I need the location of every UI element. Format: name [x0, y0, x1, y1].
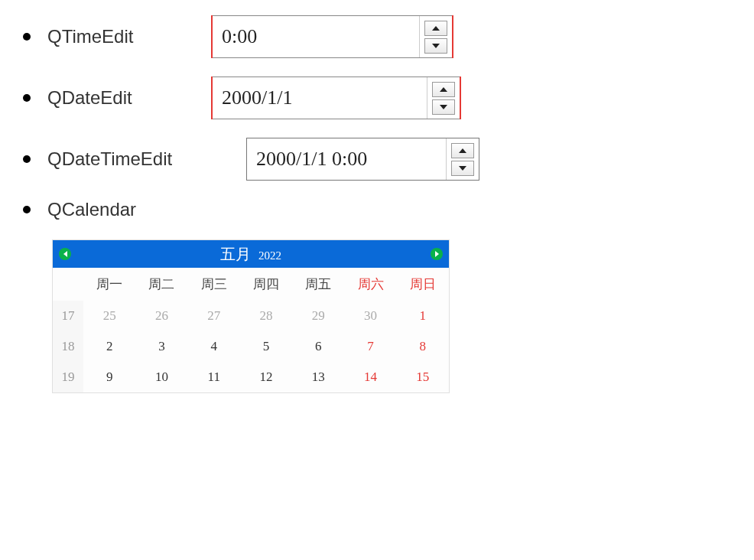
calendar-day-cell[interactable]: 14: [344, 362, 396, 392]
week-number-header: [53, 268, 83, 301]
step-up-button[interactable]: [424, 21, 447, 36]
spinner-group: [419, 16, 452, 57]
calendar-day-cell[interactable]: 6: [292, 331, 344, 362]
next-month-button[interactable]: [431, 248, 443, 260]
list-item-label: QDateEdit: [47, 87, 216, 109]
calendar-day-cell[interactable]: 2: [83, 331, 135, 362]
calendar-month: 五月: [220, 244, 251, 265]
chevron-up-icon: [432, 26, 440, 31]
datetime-edit-value[interactable]: 2000/1/1 0:00: [247, 138, 446, 180]
calendar-day-cell[interactable]: 29: [292, 301, 344, 331]
date-edit[interactable]: 2000/1/1: [212, 77, 460, 119]
calendar-day-cell[interactable]: 25: [83, 301, 135, 331]
prev-month-button[interactable]: [59, 248, 71, 260]
spinner-group: [446, 138, 479, 180]
bullet-icon: [23, 155, 31, 163]
calendar-row: 172526272829301: [53, 301, 449, 331]
calendar-year: 2022: [258, 249, 281, 262]
calendar-day-cell[interactable]: 27: [188, 301, 240, 331]
chevron-up-icon: [440, 87, 447, 92]
spinner-group: [427, 77, 460, 119]
calendar-day-cell[interactable]: 13: [292, 362, 344, 392]
calendar-row: 199101112131415: [53, 362, 449, 392]
week-number-cell: 17: [53, 301, 83, 331]
calendar-day-cell[interactable]: 12: [240, 362, 292, 392]
week-number-cell: 19: [53, 362, 83, 392]
datetime-edit[interactable]: 2000/1/1 0:00: [246, 138, 479, 181]
calendar-day-cell[interactable]: 1: [397, 301, 449, 331]
weekday-header: 周三: [188, 268, 240, 301]
calendar-day-cell[interactable]: 26: [135, 301, 187, 331]
calendar-day-cell[interactable]: 7: [344, 331, 396, 362]
calendar-row: 182345678: [53, 331, 449, 362]
weekday-header: 周五: [292, 268, 344, 301]
weekday-header: 周四: [240, 268, 292, 301]
calendar-day-cell[interactable]: 9: [83, 362, 135, 392]
chevron-left-icon: [63, 251, 67, 257]
calendar-day-cell[interactable]: 15: [397, 362, 449, 392]
bullet-icon: [23, 94, 31, 102]
chevron-down-icon: [459, 166, 466, 171]
bullet-icon: [23, 33, 31, 41]
calendar-day-cell[interactable]: 3: [135, 331, 187, 362]
step-down-button[interactable]: [451, 161, 474, 176]
weekday-header: 周一: [83, 268, 135, 301]
time-edit-value[interactable]: 0:00: [213, 16, 419, 57]
week-number-cell: 18: [53, 331, 83, 362]
calendar-header: 五月 2022: [53, 240, 449, 268]
list-item-label: QDateTimeEdit: [47, 148, 246, 170]
weekday-header: 周二: [135, 268, 187, 301]
calendar-day-cell[interactable]: 4: [188, 331, 240, 362]
calendar-day-cell[interactable]: 8: [397, 331, 449, 362]
chevron-right-icon: [435, 251, 439, 257]
chevron-up-icon: [459, 148, 466, 153]
calendar-grid: 周一 周二 周三 周四 周五 周六 周日 1725262728293011823…: [53, 268, 449, 392]
calendar-day-cell[interactable]: 5: [240, 331, 292, 362]
calendar-day-cell[interactable]: 11: [188, 362, 240, 392]
weekday-header: 周六: [344, 268, 396, 301]
calendar-day-cell[interactable]: 10: [135, 362, 187, 392]
calendar-title[interactable]: 五月 2022: [220, 244, 281, 265]
list-item-label: QCalendar: [47, 199, 216, 220]
bullet-icon: [23, 206, 31, 213]
calendar-day-cell[interactable]: 28: [240, 301, 292, 331]
step-up-button[interactable]: [432, 82, 455, 97]
list-item-label: QTimeEdit: [47, 26, 216, 47]
weekday-header: 周日: [397, 268, 449, 301]
weekday-row: 周一 周二 周三 周四 周五 周六 周日: [53, 268, 449, 301]
step-down-button[interactable]: [424, 38, 447, 54]
chevron-down-icon: [432, 44, 440, 48]
step-up-button[interactable]: [451, 143, 474, 158]
step-down-button[interactable]: [432, 99, 455, 115]
date-edit-value[interactable]: 2000/1/1: [213, 77, 427, 119]
time-edit[interactable]: 0:00: [212, 15, 453, 58]
calendar-day-cell[interactable]: 30: [344, 301, 396, 331]
chevron-down-icon: [440, 105, 447, 109]
calendar: 五月 2022 周一 周二 周三 周四 周五 周六 周日 17252627282…: [52, 239, 450, 393]
